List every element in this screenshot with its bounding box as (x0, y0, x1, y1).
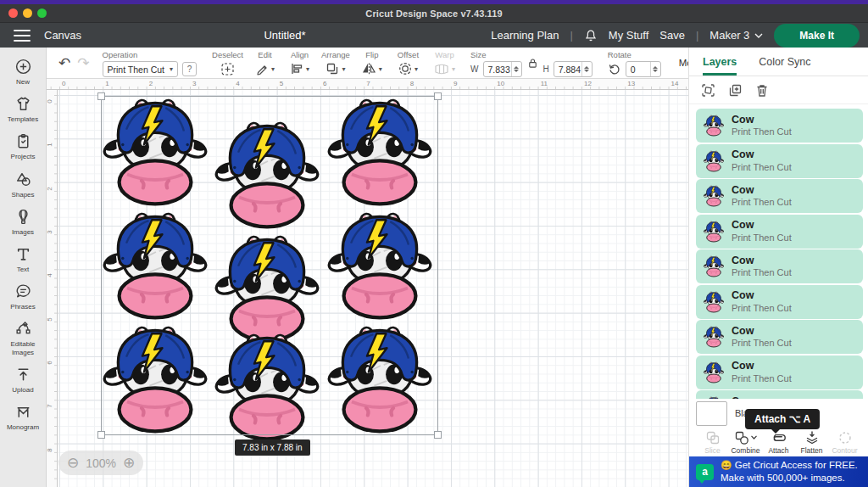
cow-image[interactable] (327, 323, 432, 435)
chevron-down-icon (751, 435, 757, 439)
document-title[interactable]: Untitled* (264, 29, 305, 42)
arrange-button[interactable]: Arrange ▾ (315, 48, 356, 78)
size-group: Size W 7.833 H 7.884 (465, 48, 598, 78)
layer-row-cow[interactable]: Cow Print Then Cut (696, 249, 863, 283)
cow-image[interactable] (103, 323, 208, 435)
layer-row-cow[interactable]: Cow Print Then Cut (696, 179, 863, 213)
duplicate-icon[interactable] (728, 83, 743, 98)
edit-toolbar: ↶ ↷ Operation Print Then Cut▾ ? Deselect (47, 48, 688, 79)
align-icon (290, 62, 303, 76)
layer-row-cow[interactable]: Cow Print Then Cut (696, 355, 863, 389)
tshirt-icon (14, 95, 32, 113)
selection-handle-bottom-right[interactable] (434, 431, 442, 439)
divider: | (696, 29, 698, 42)
combine-button[interactable]: Combine (729, 430, 762, 455)
rotate-icon[interactable] (608, 63, 621, 76)
zoom-in-button[interactable]: ⊕ (123, 456, 135, 470)
machine-select[interactable]: Maker 3 (709, 29, 763, 42)
height-input[interactable]: 7.884 (554, 61, 593, 77)
layer-row-cow[interactable]: Cow Print Then Cut (696, 144, 863, 178)
selection-handle-top-left[interactable] (97, 92, 105, 100)
operation-group: Operation Print Then Cut▾ ? (97, 48, 203, 78)
delete-trash-icon[interactable] (755, 83, 769, 98)
white-color-swatch[interactable] (696, 401, 727, 426)
close-window-button[interactable] (8, 8, 18, 18)
operation-select[interactable]: Print Then Cut▾ (103, 61, 179, 77)
rotate-input[interactable]: 0 (626, 61, 661, 77)
cow-thumbnail (704, 150, 724, 172)
cow-image[interactable] (327, 210, 432, 322)
flip-button[interactable]: Flip ▾ (356, 48, 388, 78)
offset-icon (398, 62, 412, 76)
sidebar-item-shapes[interactable]: Shapes (0, 166, 46, 204)
rotate-group: Rotate 0 (602, 48, 667, 78)
sidebar-item-projects[interactable]: Projects (0, 128, 46, 165)
align-button[interactable]: Align ▾ (284, 48, 315, 78)
cow-thumbnail (704, 361, 724, 383)
balloon-icon (14, 208, 32, 226)
learning-plan-link[interactable]: Learning Plan (491, 29, 559, 42)
flatten-button[interactable]: Flatten (795, 430, 828, 455)
tab-color-sync[interactable]: Color Sync (759, 48, 810, 76)
sidebar-item-templates[interactable]: Templates (0, 91, 46, 128)
undo-button[interactable]: ↶ (58, 56, 70, 70)
width-stepper[interactable] (511, 62, 521, 76)
rotate-stepper[interactable] (650, 62, 660, 76)
contour-icon (837, 430, 853, 445)
select-all-icon[interactable] (701, 83, 715, 98)
sidebar-item-upload[interactable]: Upload (0, 361, 46, 399)
warp-icon (434, 63, 449, 76)
selection-handle-top-right[interactable] (434, 92, 442, 100)
layer-row-cow[interactable]: Cow Print Then Cut (696, 109, 863, 143)
sidebar-item-phrases[interactable]: Phrases (0, 278, 46, 316)
left-sidebar: New Templates Projects Shapes Images Tex… (0, 48, 47, 487)
menu-icon[interactable] (14, 30, 31, 42)
vector-nodes-icon (14, 320, 32, 338)
operation-help-button[interactable]: ? (182, 62, 197, 76)
cricut-access-icon: a (696, 464, 714, 480)
notifications-bell-icon[interactable] (584, 29, 598, 42)
redo-button[interactable]: ↷ (77, 56, 89, 70)
edit-button[interactable]: Edit ▾ (249, 48, 281, 78)
tab-layers[interactable]: Layers (703, 48, 737, 76)
sidebar-item-monogram[interactable]: Monogram (0, 399, 46, 436)
zoom-window-button[interactable] (37, 8, 47, 18)
height-stepper[interactable] (581, 62, 592, 76)
deselect-icon (220, 62, 235, 76)
cow-image[interactable] (103, 210, 208, 322)
layers-list: Cow Print Then Cut Cow Print Then Cut Co… (689, 104, 868, 399)
smiley-emoji: 😄 (721, 460, 732, 470)
cow-image[interactable] (327, 96, 432, 208)
save-button[interactable]: Save (659, 29, 685, 42)
cow-thumbnail (704, 326, 724, 348)
horizontal-ruler: 01234567891011121314 (47, 79, 688, 90)
make-it-button[interactable]: Make It (774, 24, 860, 48)
minimize-window-button[interactable] (23, 8, 32, 18)
sidebar-item-editable-images[interactable]: Editable Images (0, 316, 46, 361)
design-canvas[interactable]: 01234567891011121314 012345678 7.83 in x… (47, 79, 688, 487)
offset-button[interactable]: Offset ▾ (392, 48, 425, 78)
deselect-button[interactable]: Deselect (206, 48, 249, 78)
vertical-ruler: 012345678 (47, 90, 58, 487)
sidebar-item-text[interactable]: Text (0, 241, 46, 278)
layer-row-cow[interactable]: Cow Print Then Cut (696, 285, 863, 319)
cow-thumbnail (704, 115, 724, 137)
width-input[interactable]: 7.833 (483, 61, 522, 77)
upload-arrow-icon (14, 366, 32, 383)
cow-image[interactable] (214, 232, 320, 344)
sidebar-item-new[interactable]: New (0, 53, 46, 91)
canvas-menu[interactable]: Canvas (44, 29, 81, 42)
layer-row-cow[interactable]: Cow Print Then Cut (696, 390, 863, 399)
zoom-out-button[interactable]: ⊖ (67, 456, 79, 470)
sidebar-item-images[interactable]: Images (0, 204, 46, 241)
layer-row-cow[interactable]: Cow Print Then Cut (696, 320, 863, 354)
cricut-access-banner[interactable]: a 😄Get Cricut Access for FREE. Make with… (689, 456, 868, 487)
shapes-icon (14, 171, 32, 188)
cow-image[interactable] (214, 119, 320, 231)
layer-row-cow[interactable]: Cow Print Then Cut (696, 215, 863, 249)
cow-image[interactable] (103, 96, 208, 208)
cow-image[interactable] (214, 331, 320, 443)
selection-handle-bottom-left[interactable] (97, 431, 105, 439)
my-stuff-link[interactable]: My Stuff (609, 29, 648, 42)
lock-icon[interactable] (527, 58, 538, 69)
